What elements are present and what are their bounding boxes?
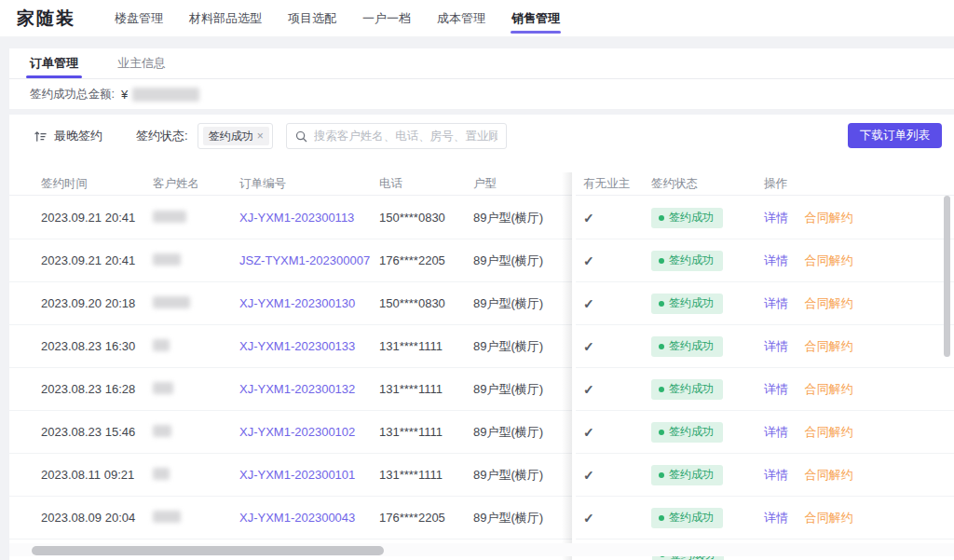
sort-icon [34,130,48,143]
check-icon: ✓ [583,511,594,526]
order-number-link[interactable]: XJ-YXM1-202300102 [239,425,355,439]
table-body: 2023.09.21 20:41 XJ-YXM1-202300113 150**… [9,197,954,560]
tab-业主信息[interactable]: 业主信息 [117,48,166,78]
cancel-contract-link[interactable]: 合同解约 [805,211,853,225]
status-dot-icon [659,215,664,221]
status-dot-icon [659,472,664,478]
nav-item-一户一档[interactable]: 一户一档 [362,7,411,31]
filter-tag: 签约成功 × [203,127,269,145]
cancel-contract-link[interactable]: 合同解约 [805,425,853,439]
order-number-link[interactable]: XJ-YXM1-202300101 [239,468,355,482]
detail-link[interactable]: 详情 [764,425,788,439]
status-dot-icon [659,301,664,307]
check-icon: ✓ [583,339,594,354]
filter-tag-label: 签约成功 [209,129,253,144]
column-header: 电话 [379,176,473,192]
horizontal-scrollbar-thumb[interactable] [32,546,384,555]
status-badge: 签约成功 [651,294,723,314]
cell-sign-time: 2023.08.11 09:21 [41,468,153,482]
order-number-link[interactable]: XJ-YXM1-202300130 [239,296,355,310]
masked-customer-name [153,425,171,437]
cell-phone: 131****1111 [379,468,473,482]
tag-close-icon[interactable]: × [257,130,264,142]
search-input[interactable] [314,130,497,143]
sort-control[interactable]: 最晚签约 [34,128,102,144]
filter-label: 签约状态: [136,128,188,144]
detail-link[interactable]: 详情 [764,382,788,396]
status-dot-icon [659,515,664,521]
nav-item-材料部品选型[interactable]: 材料部品选型 [189,7,262,31]
column-header: 签约状态 [651,176,758,192]
table-row: 2023.08.23 15:46 XJ-YXM1-202300102 131**… [9,411,954,454]
check-icon: ✓ [583,382,594,397]
table-row: 2023.08.11 09:21 XJ-YXM1-202300101 131**… [9,454,954,497]
check-icon: ✓ [583,425,594,440]
order-number-link[interactable]: JSZ-TYXM1-202300007 [239,253,370,267]
nav-item-项目选配[interactable]: 项目选配 [288,7,336,31]
column-header: 有无业主 [572,176,651,192]
order-number-link[interactable]: XJ-YXM1-202300132 [239,382,355,396]
status-badge: 签约成功 [651,422,723,443]
status-dot-icon [659,387,664,392]
order-list-panel: 最晚签约 签约状态: 签约成功 × 下载订单列表 签约时间客户姓名订单编号电话户… [9,115,954,560]
masked-customer-name [153,253,181,266]
detail-link[interactable]: 详情 [764,296,788,310]
status-dot-icon [659,430,664,435]
tab-订单管理[interactable]: 订单管理 [30,48,78,78]
top-nav-bar: 家随装 楼盘管理材料部品选型项目选配一户一档成本管理销售管理 [0,0,954,37]
cell-sign-time: 2023.08.23 16:28 [41,382,153,396]
table-row: 2023.09.21 20:41 XJ-YXM1-202300113 150**… [9,197,954,239]
cell-phone: 150****0830 [379,296,473,310]
detail-link[interactable]: 详情 [764,468,788,482]
status-filter-select[interactable]: 签约成功 × [198,123,273,149]
cancel-contract-link[interactable]: 合同解约 [805,339,853,353]
status-badge: 签约成功 [651,379,723,400]
status-badge: 签约成功 [651,465,723,485]
toolbar: 最晚签约 签约状态: 签约成功 × [34,123,507,149]
vertical-scrollbar-thumb[interactable] [944,196,950,357]
masked-customer-name [153,468,170,480]
cell-customer-name [153,511,239,526]
cell-customer-name [153,468,239,483]
order-number-link[interactable]: XJ-YXM1-202300133 [239,339,355,353]
table-row: 2023.08.23 16:28 XJ-YXM1-202300132 131**… [9,368,954,411]
order-number-link[interactable]: XJ-YXM1-202300113 [239,211,354,225]
check-icon: ✓ [583,296,594,311]
table-header-row: 签约时间客户姓名订单编号电话户型有无业主签约状态操作 [9,172,954,196]
cell-sign-time: 2023.08.23 15:46 [41,425,153,439]
detail-link[interactable]: 详情 [764,339,788,353]
cancel-contract-link[interactable]: 合同解约 [805,296,853,310]
cell-house-type: 89户型(横厅) [473,381,572,398]
cell-customer-name [153,296,239,311]
search-box [286,123,507,149]
cell-sign-time: 2023.09.20 20:18 [41,296,153,310]
cell-phone: 131****1111 [379,425,473,439]
detail-link[interactable]: 详情 [764,511,788,525]
cancel-contract-link[interactable]: 合同解约 [805,511,853,525]
cell-sign-time: 2023.09.21 20:41 [41,253,153,267]
cell-house-type: 89户型(横厅) [473,253,572,269]
status-dot-icon [659,258,664,264]
nav-item-销售管理[interactable]: 销售管理 [511,7,560,31]
status-badge: 签约成功 [651,336,723,357]
cancel-contract-link[interactable]: 合同解约 [805,468,853,482]
cancel-contract-link[interactable]: 合同解约 [805,253,853,267]
nav-item-楼盘管理[interactable]: 楼盘管理 [115,7,163,31]
masked-total-amount [132,88,199,102]
detail-link[interactable]: 详情 [764,211,788,225]
status-badge: 签约成功 [651,508,723,528]
column-header: 操作 [758,176,954,192]
cell-customer-name [153,211,239,225]
cell-house-type: 89户型(横厅) [473,210,572,226]
cell-sign-time: 2023.08.23 16:30 [41,339,153,353]
cancel-contract-link[interactable]: 合同解约 [805,382,853,396]
nav-item-成本管理[interactable]: 成本管理 [437,7,485,31]
tab-bar: 订单管理业主信息 [9,48,954,79]
order-number-link[interactable]: XJ-YXM1-202300043 [239,511,355,525]
cell-customer-name [153,382,239,397]
download-order-list-button[interactable]: 下载订单列表 [848,123,942,148]
detail-link[interactable]: 详情 [764,253,788,267]
top-nav: 楼盘管理材料部品选型项目选配一户一档成本管理销售管理 [115,7,560,31]
table-row: 2023.08.23 16:30 XJ-YXM1-202300133 131**… [9,325,954,368]
column-header: 订单编号 [239,176,379,192]
